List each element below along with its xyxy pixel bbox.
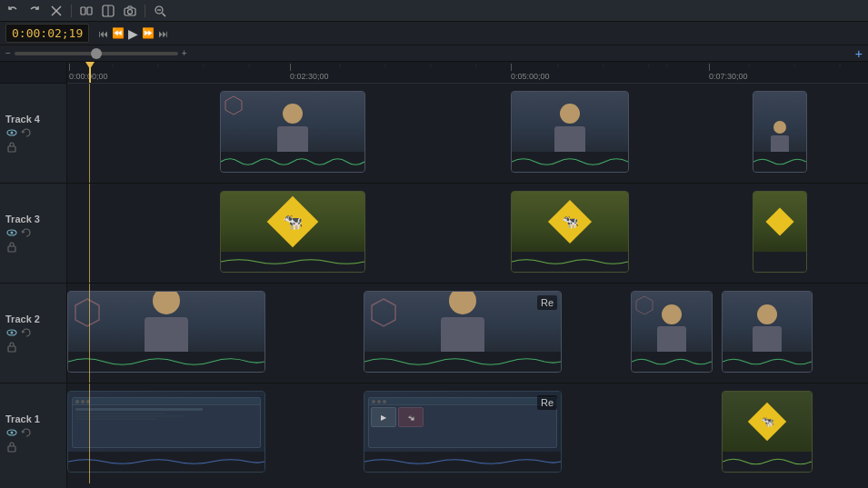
track3-clip1-thumb: 🐄 (221, 192, 364, 252)
svg-point-12 (11, 131, 14, 134)
track2-clip4-thumb (723, 292, 812, 352)
svg-rect-19 (8, 346, 15, 352)
track2-clip4[interactable] (722, 291, 813, 373)
track3-clip2[interactable]: 🐄 (511, 191, 629, 273)
track3-clip3-wave (753, 252, 806, 272)
person-big (145, 292, 188, 352)
track2-lock[interactable] (5, 341, 18, 354)
snap-button[interactable] (79, 4, 94, 18)
playhead-head (85, 62, 95, 69)
track1-lock[interactable] (5, 441, 18, 453)
person-med2 (753, 304, 782, 352)
redo-button[interactable] (27, 4, 42, 18)
track3-rotate[interactable] (20, 226, 33, 239)
track4-eye[interactable] (5, 126, 18, 139)
track4-clip3-thumb (753, 92, 806, 152)
track1-clip1-thumb (68, 392, 264, 452)
undo-button[interactable] (5, 4, 20, 18)
track3-clip1[interactable]: 🐄 (220, 191, 365, 273)
svg-marker-38 (225, 96, 242, 115)
track2-clip3-wave (632, 352, 712, 372)
svg-rect-16 (8, 246, 15, 252)
sign-thumb3 (770, 212, 790, 232)
camera-button[interactable] (123, 4, 137, 18)
track2-icons2 (5, 341, 18, 354)
hex-big2 (370, 297, 397, 330)
track4-rotate[interactable] (20, 126, 33, 139)
toolbar (0, 0, 868, 22)
track4-clip2-wave (512, 152, 628, 172)
slider-row: − + + (0, 45, 868, 62)
add-track-button[interactable]: + (855, 46, 863, 61)
timeline: 0:00:00;00 0:02:30;00 0:05:00;00 0:07:30… (67, 62, 868, 488)
track3-eye[interactable] (5, 226, 18, 239)
timecode-display[interactable]: 0:00:02;19 (5, 24, 89, 43)
track4-clip2[interactable] (511, 91, 629, 173)
tc-back-icon[interactable]: ⏮ (98, 28, 108, 39)
track3-clip2-thumb: 🐄 (512, 192, 628, 252)
screen-mock2: ▶ 🐄 (368, 397, 557, 448)
sep1 (71, 5, 72, 17)
ruler-ticks (67, 62, 868, 84)
track1-eye[interactable] (5, 426, 18, 439)
hex-med (635, 295, 653, 317)
sep2 (145, 5, 145, 17)
track-label-1: Track 1 (0, 383, 66, 483)
track2-rotate[interactable] (20, 326, 33, 339)
svg-marker-39 (75, 299, 99, 326)
svg-rect-22 (8, 446, 15, 452)
hex-deco (224, 95, 243, 117)
track2-name: Track 2 (5, 314, 40, 324)
track-label-4: Track 4 (0, 84, 66, 184)
tc-end-icon[interactable]: ⏭ (158, 28, 168, 39)
track4-row (67, 84, 868, 184)
clip-tool-button[interactable] (101, 4, 115, 18)
track2-eye[interactable] (5, 326, 18, 339)
main-area: Track 4 Track 3 (0, 62, 868, 488)
track3-clip3[interactable] (753, 191, 807, 273)
ruler-placeholder (0, 62, 66, 84)
ruler-mark-3: 0:07:30;00 (709, 62, 748, 81)
track2-clip4-wave (723, 352, 812, 372)
track1-clip3-wave (723, 452, 812, 472)
close-button[interactable] (49, 4, 64, 18)
svg-line-10 (163, 13, 166, 16)
track4-lock[interactable] (5, 141, 18, 154)
svg-rect-2 (81, 7, 85, 15)
track4-clip3[interactable] (753, 91, 807, 173)
track2-clip2-thumb: Re (364, 292, 561, 352)
svg-rect-13 (8, 146, 15, 152)
playhead-line (89, 62, 91, 83)
track3-playhead (89, 184, 90, 283)
track1-clip3[interactable]: 🐄 (722, 391, 813, 473)
track1-rotate[interactable] (20, 426, 33, 439)
zoom-slider[interactable] (15, 52, 178, 55)
track2-clip2[interactable]: Re (364, 291, 562, 373)
track3-clip2-wave (512, 252, 628, 272)
track4-clip2-thumb (512, 92, 628, 152)
track1-clip2[interactable]: ▶ 🐄 Re (364, 391, 562, 473)
tc-play-icon[interactable]: ▶ (128, 26, 138, 41)
track3-lock[interactable] (5, 241, 18, 254)
person-figure (277, 104, 308, 152)
sign-thumb2: 🐄 (554, 206, 585, 237)
tracks-container: 🐄 🐄 (67, 84, 868, 488)
track2-clip1[interactable] (67, 291, 265, 373)
track2-clip3[interactable] (631, 291, 713, 373)
track2-icons (5, 326, 33, 339)
track1-clip2-label: Re (537, 395, 557, 410)
track3-name: Track 3 (5, 214, 40, 224)
track4-clip3-wave (753, 152, 806, 172)
hex-big (74, 297, 101, 330)
svg-point-7 (128, 9, 133, 14)
tc-next-icon[interactable]: ⏩ (142, 27, 155, 39)
zoom-thumb[interactable] (91, 48, 102, 59)
track2-clip1-wave (68, 352, 264, 372)
track4-clip1-wave (221, 152, 364, 172)
track4-clip1[interactable] (220, 91, 365, 173)
track2-row: Re (67, 284, 868, 383)
tc-prev-icon[interactable]: ⏪ (112, 27, 125, 39)
track1-clip1[interactable] (67, 391, 265, 473)
timecode-bar: 0:00:02;19 ⏮ ⏪ ▶ ⏩ ⏭ (0, 22, 868, 45)
screen-mock (72, 397, 261, 448)
